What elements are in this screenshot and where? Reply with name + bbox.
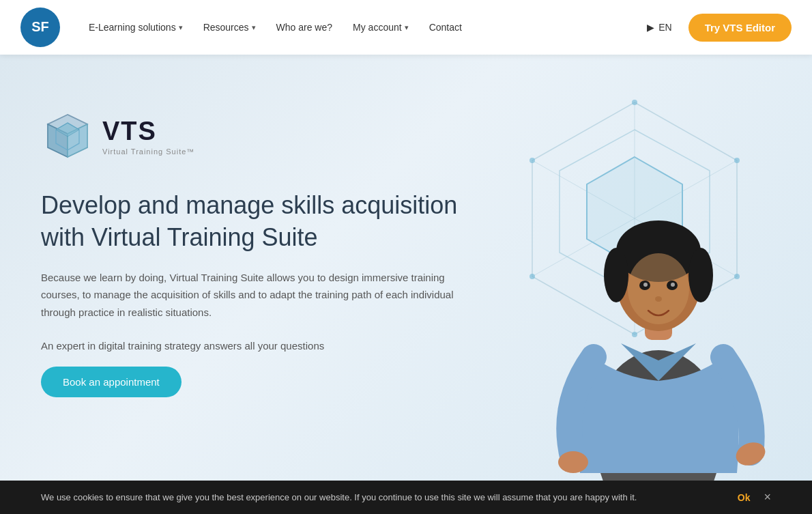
nav-right: ▶ EN Try VTS Editor <box>641 14 792 42</box>
cookie-banner: We use cookies to ensure that we give yo… <box>0 481 812 514</box>
book-appointment-button[interactable]: Book an appointment <box>41 367 182 397</box>
cookie-ok-button[interactable]: Ok <box>738 492 751 503</box>
avatar-figure <box>505 118 812 514</box>
svg-point-27 <box>604 248 628 302</box>
language-selector[interactable]: ▶ EN <box>641 18 677 37</box>
hero-body: Because we learn by doing, Virtual Train… <box>41 269 478 322</box>
sf-logo-icon: SF <box>20 8 60 47</box>
chevron-down-icon: ▾ <box>405 23 409 32</box>
svg-point-28 <box>688 248 713 302</box>
nav-my-account[interactable]: My account ▾ <box>345 16 417 38</box>
svg-point-34 <box>655 296 662 302</box>
svg-point-35 <box>558 451 588 473</box>
vts-text: VTS Virtual Training Suite™ <box>102 117 194 156</box>
chevron-down-icon: ▾ <box>179 23 183 32</box>
nav-contact[interactable]: Contact <box>421 16 470 38</box>
svg-point-29 <box>628 253 689 324</box>
hero-section: VTS Virtual Training Suite™ Develop and … <box>0 55 812 514</box>
cookie-text: We use cookies to ensure that we give yo… <box>41 492 637 502</box>
lang-arrow-icon: ▶ <box>647 22 654 33</box>
hero-content: VTS Virtual Training Suite™ Develop and … <box>41 96 491 397</box>
nav-elearning[interactable]: E-Learning solutions ▾ <box>81 16 191 38</box>
svg-point-32 <box>643 283 648 287</box>
nav-links: E-Learning solutions ▾ Resources ▾ Who a… <box>81 16 641 38</box>
logo-link[interactable]: SF <box>20 8 60 47</box>
nav-resources[interactable]: Resources ▾ <box>195 16 264 38</box>
hero-headline: Develop and manage skills acquisition wi… <box>41 190 491 254</box>
chevron-down-icon: ▾ <box>252 23 256 32</box>
hero-cta-text: An expert in digital training strategy a… <box>41 340 491 352</box>
vts-logo: VTS Virtual Training Suite™ <box>41 109 491 162</box>
nav-who-are-we[interactable]: Who are we? <box>268 16 340 38</box>
svg-text:SF: SF <box>31 19 49 34</box>
cookie-close-button[interactable]: × <box>764 490 771 504</box>
svg-point-17 <box>632 100 637 105</box>
svg-point-33 <box>671 283 675 287</box>
vts-cube-icon <box>41 109 94 162</box>
navbar: SF E-Learning solutions ▾ Resources ▾ Wh… <box>0 0 812 55</box>
try-vts-button[interactable]: Try VTS Editor <box>688 14 792 42</box>
